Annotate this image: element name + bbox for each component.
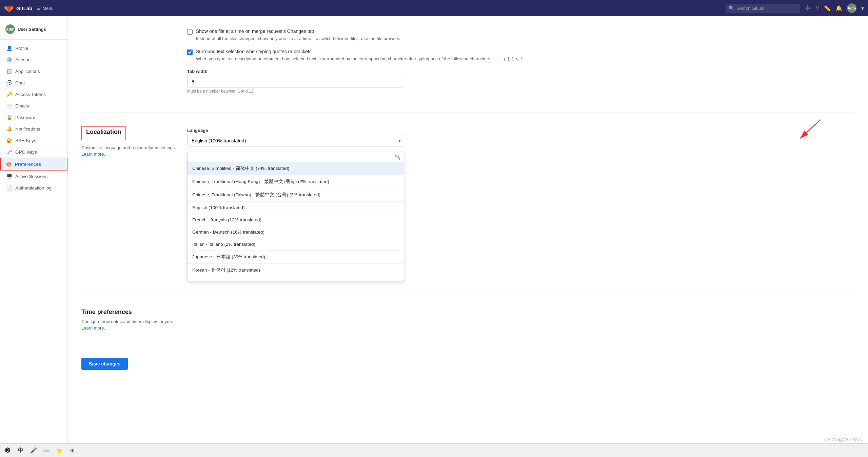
taskbar-item-chinese[interactable]: 中	[16, 445, 26, 456]
checkbox-one-file: Show one file at a time on merge request…	[187, 28, 854, 42]
lang-option-fr[interactable]: French - français (12% translated)	[188, 214, 404, 226]
language-select[interactable]: English (100% translated)	[187, 135, 404, 146]
sidebar-item-label: Account	[15, 57, 32, 62]
checkbox-surround-text: Surround text selection when typing quot…	[187, 49, 854, 62]
sidebar-user-section: Adm User Settings	[0, 22, 67, 40]
lang-option-zh-cn[interactable]: Chinese, Simplified - 简体中文 (74% translat…	[188, 162, 404, 175]
dropdown-search-box: 🔍	[188, 152, 404, 162]
sidebar-item-active-sessions[interactable]: 🖥️ Active Sessions	[0, 171, 67, 182]
chat-icon: 💬	[6, 80, 12, 85]
password-icon: 🔒	[6, 115, 12, 120]
tab-width-input[interactable]	[187, 76, 404, 87]
alert-icon[interactable]: 🔔	[835, 5, 842, 12]
localization-learn-more[interactable]: Learn more.	[81, 152, 105, 157]
ssh-icon: 🔐	[6, 138, 12, 143]
sidebar-item-profile[interactable]: 👤 Profile	[0, 42, 67, 54]
tab-width-hint: Must be a number between 1 and 12	[187, 89, 854, 94]
localization-highlight-box: Localization	[81, 126, 126, 140]
sidebar-item-notifications[interactable]: 🔔 Notifications	[0, 123, 67, 135]
taskbar-item-star[interactable]: ⭐	[54, 445, 64, 456]
language-dropdown: 🔍 Chinese, Simplified - 简体中文 (74% transl…	[187, 152, 404, 281]
time-preferences-desc: Configure how dates and times display fo…	[81, 318, 176, 325]
time-preferences-section-right	[187, 309, 854, 331]
sidebar-item-label: GPG Keys	[15, 150, 37, 155]
time-preferences-section: Time preferences Configure how dates and…	[81, 309, 854, 344]
sidebar-item-access-tokens[interactable]: 🔑 Access Tokens	[0, 88, 67, 100]
account-icon: ⚙️	[6, 57, 12, 62]
page-layout: Adm User Settings 👤 Profile ⚙️ Account 📋…	[0, 16, 868, 457]
sidebar-item-password[interactable]: 🔒 Password	[0, 112, 67, 123]
lang-option-ja[interactable]: Japanese - 日本語 (39% translated)	[188, 251, 404, 264]
taskbar-item-s[interactable]: 🅢	[3, 445, 13, 456]
checkbox-surround-text-input[interactable]	[187, 49, 193, 55]
sidebar-avatar: Adm	[5, 24, 15, 34]
applications-icon: 📋	[6, 68, 12, 74]
sidebar-item-chat[interactable]: 💬 Chat	[0, 77, 67, 88]
time-preferences-section-left: Time preferences Configure how dates and…	[81, 309, 176, 331]
profile-icon: 👤	[6, 45, 12, 51]
sidebar-item-account[interactable]: ⚙️ Account	[0, 54, 67, 65]
checkbox-one-file-content: Show one file at a time on merge request…	[196, 28, 400, 42]
dropdown-list: Chinese, Simplified - 简体中文 (74% translat…	[188, 162, 404, 281]
lang-option-zh-hk[interactable]: Chinese, Traditional (Hong Kong) - 繁體中文 …	[188, 175, 404, 188]
auth-log-icon: 📄	[6, 185, 12, 191]
sidebar-item-label: SSH Keys	[15, 138, 36, 143]
sidebar-item-label: Notifications	[15, 126, 40, 132]
checkbox-one-file-input[interactable]	[187, 29, 193, 35]
sidebar-item-label: Emails	[15, 103, 29, 108]
chevron-down-icon[interactable]: ▾	[861, 5, 864, 12]
todo-icon[interactable]: ✏️	[824, 5, 831, 12]
sidebar-item-gpg-keys[interactable]: 🗝️ GPG Keys	[0, 146, 67, 158]
lang-option-en[interactable]: English (100% translated)	[188, 202, 404, 214]
search-input[interactable]	[736, 6, 797, 11]
avatar[interactable]: Adm	[847, 3, 856, 13]
checkbox-one-file-label[interactable]: Show one file at a time on merge request…	[196, 28, 314, 34]
sidebar-user-label: User Settings	[18, 27, 46, 32]
preferences-icon: 🎨	[6, 161, 12, 167]
time-preferences-learn-more[interactable]: Learn more.	[81, 325, 105, 331]
tab-width-group: Tab width Must be a number between 1 and…	[187, 69, 854, 94]
sidebar-item-applications[interactable]: 📋 Applications	[0, 65, 67, 77]
checkbox-one-file-desc: Instead of all the files changed, show o…	[196, 35, 400, 42]
lang-option-pl[interactable]: Polish - polski (6% translated)	[188, 277, 404, 281]
save-changes-button[interactable]: Save changes	[81, 358, 128, 370]
sidebar-item-ssh-keys[interactable]: 🔐 SSH Keys	[0, 135, 67, 146]
sidebar-item-emails[interactable]: ✉️ Emails	[0, 100, 67, 112]
access-tokens-icon: 🔑	[6, 92, 12, 97]
active-sessions-icon: 🖥️	[6, 174, 12, 179]
lang-option-de[interactable]: German - Deutsch (16% translated)	[188, 226, 404, 238]
search-box[interactable]: 🔍	[726, 4, 800, 13]
taskbar-item-grid[interactable]: ⊞	[67, 445, 77, 456]
language-group: Language English (100% translated) ▾	[187, 128, 854, 146]
lang-option-it[interactable]: Italian - italiano (2% translated)	[188, 238, 404, 251]
lang-option-ko[interactable]: Korean - 한국어 (12% translated)	[188, 264, 404, 277]
localization-section: Localization Customize language and regi…	[81, 126, 854, 295]
checkbox-surround-text-label[interactable]: Surround text selection when typing quot…	[196, 49, 312, 54]
menu-button[interactable]: ☰ Menu	[37, 6, 54, 11]
sidebar-item-label: Chat	[15, 80, 25, 85]
time-preferences-title: Time preferences	[81, 309, 176, 316]
search-icon: 🔍	[729, 5, 734, 11]
lang-option-zh-tw[interactable]: Chinese, Traditional (Taiwan) - 繁體中文 (台灣…	[188, 188, 404, 202]
sidebar-item-preferences[interactable]: 🎨 Preferences	[0, 158, 67, 171]
behavior-section-right: Show one file at a time on merge request…	[187, 27, 854, 99]
dropdown-search-input[interactable]	[191, 155, 393, 160]
sidebar-item-label: Authentication log	[15, 185, 52, 191]
plus-icon[interactable]: ➕	[804, 5, 811, 12]
checkbox-surround-text-content: Surround text selection when typing quot…	[196, 49, 528, 62]
taskbar-item-mic[interactable]: 🎤	[28, 445, 39, 456]
gitlab-logo-icon	[4, 3, 14, 13]
sidebar-item-auth-log[interactable]: 📄 Authentication log	[0, 182, 67, 194]
taskbar-item-keyboard[interactable]: ⌨️	[41, 445, 52, 456]
tab-width-label: Tab width	[187, 69, 854, 74]
sidebar-item-label: Password	[15, 115, 35, 120]
hamburger-icon: ☰	[37, 6, 41, 11]
gpg-icon: 🗝️	[6, 149, 12, 155]
sidebar-item-label: Active Sessions	[15, 174, 47, 179]
sidebar-item-label: Preferences	[15, 162, 41, 167]
merge-icon[interactable]: ⑂	[816, 5, 819, 11]
behavior-section: Show one file at a time on merge request…	[81, 27, 854, 113]
behavior-section-left	[81, 27, 176, 99]
taskbar: 🅢 中 🎤 ⌨️ ⭐ ⊞	[0, 443, 868, 457]
brand-logo[interactable]: GitLab	[4, 3, 33, 13]
